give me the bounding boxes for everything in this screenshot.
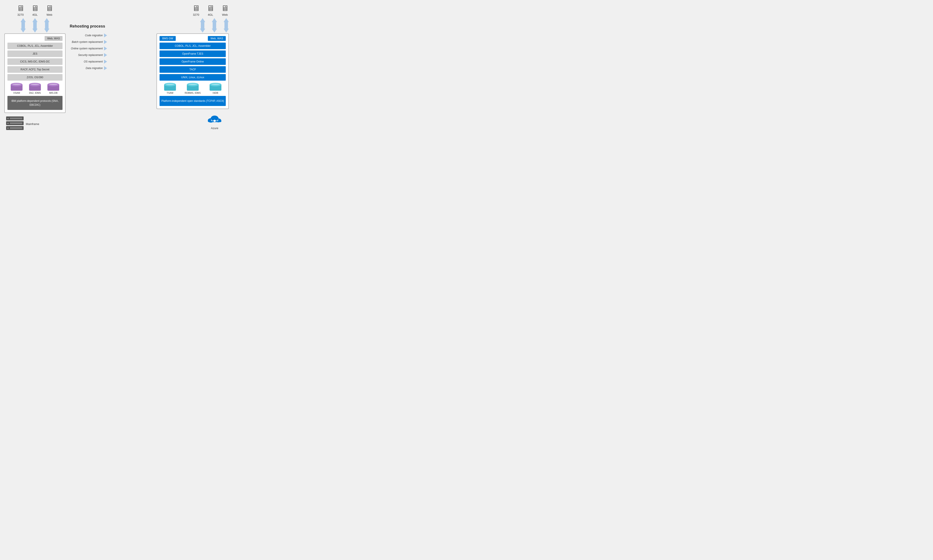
left-db-db2-label: Db2, IDMS	[29, 92, 41, 94]
server-line	[10, 128, 22, 129]
right-bar-tacf: TACF	[160, 66, 226, 73]
right-web-was-badge: Web, WAS	[208, 36, 226, 41]
azure-section: Azure	[109, 112, 229, 130]
process-item-code: Code migration	[68, 32, 107, 38]
process-label-code: Code migration	[85, 34, 103, 37]
server-line	[10, 118, 22, 118]
mainframe-section: Mainframe	[6, 117, 39, 130]
arrow-down-icon	[44, 29, 49, 32]
right-bms-badge: BMS GW	[160, 36, 176, 41]
server-line	[10, 128, 22, 128]
right-monitor-row: 🖥 3270 🖥 4GL 🖥 Web	[192, 5, 229, 16]
right-db-row: TSAM RDBMS, IDMS HiDB	[160, 83, 226, 94]
process-item-os: OS replacement	[68, 58, 107, 65]
arrow-down-icon	[20, 29, 26, 32]
platform-box: Platform-independent open standards (TCP…	[160, 96, 226, 106]
arrow-shaft	[33, 22, 37, 29]
left-monitor-3270-label: 3270	[17, 13, 24, 16]
cylinder-hidb	[209, 83, 222, 91]
server-unit-1	[6, 117, 24, 120]
right-db-rdbms: RDBMS, IDMS	[185, 83, 201, 94]
left-bar-racf: RACF, ACF2, Top Secret	[8, 66, 63, 73]
cloud-icon	[207, 112, 222, 125]
arrow-shaft	[212, 22, 216, 29]
main-container: 🖥 3270 🖥 4GL 🖥 Web	[5, 5, 229, 130]
server-line	[10, 118, 22, 119]
left-web-was-badge: Web, WAS	[45, 36, 63, 41]
left-monitor-web-label: Web	[46, 13, 52, 16]
middle-section: Rehosting process Code migration Batch s…	[68, 5, 107, 71]
right-arrow-1	[200, 18, 205, 32]
cylinder-rdbms	[187, 83, 199, 91]
azure-label: Azure	[211, 126, 218, 130]
process-item-data: Data migration	[68, 65, 107, 71]
right-db-tsam: TSAM	[164, 83, 176, 94]
process-item-batch: Batch system replacement	[68, 38, 107, 45]
monitor-icon: 🖥	[45, 5, 53, 12]
left-bar-zos: Z/OS, OS/390	[8, 74, 63, 81]
left-db-vsam-label: VSAM	[13, 92, 20, 94]
monitor-icon: 🖥	[192, 5, 200, 12]
cylinder-vsam	[11, 83, 23, 91]
monitor-icon: 🖥	[31, 5, 39, 12]
left-arrow-1	[20, 18, 26, 32]
process-list: Code migration Batch system replacement …	[68, 32, 107, 71]
right-monitor-4gl: 🖥 4GL	[206, 5, 214, 16]
process-arrow-icon	[104, 60, 107, 63]
monitor-icon: 🖥	[206, 5, 214, 12]
left-db-vsam: VSAM	[11, 83, 23, 94]
server-lines	[10, 128, 22, 129]
arrow-up-icon	[223, 18, 229, 22]
right-arrow-row	[200, 18, 229, 32]
cylinder-highlight	[31, 84, 39, 85]
arrow-shaft	[225, 22, 228, 29]
arrow-shaft	[201, 22, 204, 29]
left-monitor-4gl: 🖥 4GL	[31, 5, 39, 16]
left-bar-cics: CICS, IMS-DC, IDMS-DC	[8, 58, 63, 65]
cylinder-db2	[29, 83, 41, 91]
server-dot	[8, 123, 9, 124]
right-arrow-3	[223, 18, 229, 32]
rehosting-title: Rehosting process	[70, 24, 105, 29]
cylinder-tsam	[164, 83, 176, 91]
process-label-online: Online system replacement	[71, 47, 103, 50]
arrow-up-icon	[32, 18, 38, 22]
arrow-down-icon	[212, 29, 217, 32]
server-unit-2	[6, 121, 24, 125]
left-arrow-2	[32, 18, 38, 32]
server-lines	[10, 118, 22, 119]
right-db-rdbms-label: RDBMS, IDMS	[185, 92, 201, 94]
right-bar-cobol: COBOL, PL/1, JCL, Assembler	[160, 43, 226, 49]
left-monitor-4gl-label: 4GL	[32, 13, 38, 16]
monitor-icon: 🖥	[221, 5, 229, 12]
process-label-os: OS replacement	[84, 60, 103, 63]
left-db-imsdb: IMS-DB	[48, 83, 59, 94]
process-label-batch: Batch system replacement	[72, 40, 103, 43]
arrow-up-icon	[20, 18, 26, 22]
left-monitor-row: 🖥 3270 🖥 4GL 🖥 Web	[17, 5, 53, 16]
right-section: 🖥 3270 🖥 4GL 🖥 Web	[109, 5, 229, 130]
right-db-hidb-label: HiDB	[212, 92, 218, 94]
right-monitor-3270-label: 3270	[193, 13, 199, 16]
process-label-security: Security replacement	[78, 54, 103, 57]
arrow-up-icon	[200, 18, 205, 22]
left-section: 🖥 3270 🖥 4GL 🖥 Web	[5, 5, 66, 130]
cylinder-imsdb	[48, 83, 59, 91]
left-box: Web, WAS COBOL, PL/1, JCL, Assembler JES…	[5, 34, 66, 113]
server-icon	[6, 117, 24, 130]
cylinder-highlight	[49, 84, 57, 85]
server-unit-3	[6, 126, 24, 130]
left-db-row: VSAM Db2, IDMS IMS-DB	[8, 83, 63, 94]
cylinder-highlight	[189, 84, 197, 85]
right-monitor-3270: 🖥 3270	[192, 5, 200, 16]
process-arrow-icon	[104, 40, 107, 44]
right-bar-tjes: OpenFrame TJES	[160, 51, 226, 57]
server-dot	[8, 118, 9, 119]
left-arrow-row	[20, 18, 49, 32]
server-lines	[10, 123, 22, 124]
left-arrow-3	[44, 18, 49, 32]
cylinder-highlight	[166, 84, 174, 85]
process-arrow-icon	[104, 66, 107, 70]
right-db-hidb: HiDB	[209, 83, 222, 94]
right-bar-unix: UNIX, Linux, zLinux	[160, 74, 226, 81]
